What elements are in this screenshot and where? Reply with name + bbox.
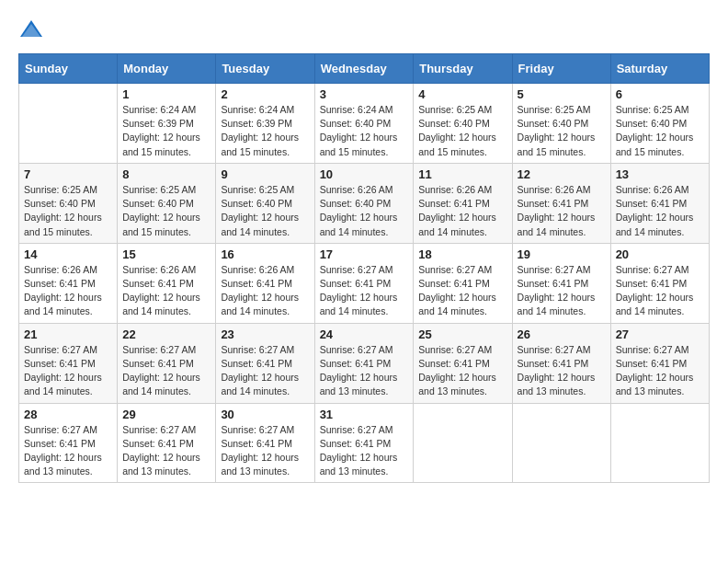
day-number: 19 bbox=[518, 247, 606, 261]
calendar-cell: 29Sunrise: 6:27 AM Sunset: 6:41 PM Dayli… bbox=[118, 403, 216, 483]
calendar-cell: 10Sunrise: 6:26 AM Sunset: 6:40 PM Dayli… bbox=[314, 163, 414, 243]
day-number: 11 bbox=[418, 167, 506, 181]
calendar-cell: 30Sunrise: 6:27 AM Sunset: 6:41 PM Dayli… bbox=[216, 403, 314, 483]
day-number: 30 bbox=[221, 408, 309, 421]
day-number: 31 bbox=[320, 408, 409, 421]
day-detail: Sunrise: 6:27 AM Sunset: 6:41 PM Dayligh… bbox=[616, 263, 704, 319]
day-detail: Sunrise: 6:27 AM Sunset: 6:41 PM Dayligh… bbox=[24, 343, 112, 399]
calendar-cell: 15Sunrise: 6:26 AM Sunset: 6:41 PM Dayli… bbox=[118, 243, 216, 323]
calendar-cell: 19Sunrise: 6:27 AM Sunset: 6:41 PM Dayli… bbox=[512, 243, 610, 323]
calendar-week-row: 28Sunrise: 6:27 AM Sunset: 6:41 PM Dayli… bbox=[19, 403, 710, 483]
calendar-week-row: 1Sunrise: 6:24 AM Sunset: 6:39 PM Daylig… bbox=[19, 84, 710, 164]
day-detail: Sunrise: 6:27 AM Sunset: 6:41 PM Dayligh… bbox=[320, 263, 409, 319]
header-tuesday: Tuesday bbox=[216, 54, 314, 84]
day-detail: Sunrise: 6:27 AM Sunset: 6:41 PM Dayligh… bbox=[24, 423, 112, 479]
day-number: 2 bbox=[221, 87, 309, 101]
day-detail: Sunrise: 6:27 AM Sunset: 6:41 PM Dayligh… bbox=[320, 343, 409, 399]
day-number: 9 bbox=[221, 167, 309, 181]
day-number: 27 bbox=[616, 327, 704, 341]
calendar-cell: 22Sunrise: 6:27 AM Sunset: 6:41 PM Dayli… bbox=[118, 323, 216, 403]
day-detail: Sunrise: 6:27 AM Sunset: 6:41 PM Dayligh… bbox=[221, 423, 309, 479]
header-friday: Friday bbox=[512, 54, 610, 84]
day-number: 25 bbox=[418, 327, 506, 341]
calendar-cell: 23Sunrise: 6:27 AM Sunset: 6:41 PM Dayli… bbox=[216, 323, 314, 403]
day-detail: Sunrise: 6:26 AM Sunset: 6:41 PM Dayligh… bbox=[518, 183, 606, 239]
calendar-cell: 6Sunrise: 6:25 AM Sunset: 6:40 PM Daylig… bbox=[610, 84, 709, 164]
day-detail: Sunrise: 6:25 AM Sunset: 6:40 PM Dayligh… bbox=[616, 103, 704, 159]
day-number: 1 bbox=[122, 87, 210, 101]
calendar-cell bbox=[512, 403, 610, 483]
day-detail: Sunrise: 6:27 AM Sunset: 6:41 PM Dayligh… bbox=[418, 343, 506, 399]
day-number: 18 bbox=[418, 247, 506, 261]
day-number: 29 bbox=[122, 408, 210, 421]
day-detail: Sunrise: 6:25 AM Sunset: 6:40 PM Dayligh… bbox=[418, 103, 506, 159]
day-number: 22 bbox=[122, 327, 210, 341]
calendar-week-row: 21Sunrise: 6:27 AM Sunset: 6:41 PM Dayli… bbox=[19, 323, 710, 403]
day-detail: Sunrise: 6:27 AM Sunset: 6:41 PM Dayligh… bbox=[221, 343, 309, 399]
day-number: 10 bbox=[320, 167, 409, 181]
calendar-cell bbox=[414, 403, 512, 483]
calendar-cell bbox=[610, 403, 709, 483]
calendar-cell: 26Sunrise: 6:27 AM Sunset: 6:41 PM Dayli… bbox=[512, 323, 610, 403]
calendar-cell: 13Sunrise: 6:26 AM Sunset: 6:41 PM Dayli… bbox=[610, 163, 709, 243]
logo-icon bbox=[18, 18, 44, 39]
day-number: 15 bbox=[122, 247, 210, 261]
calendar-cell: 20Sunrise: 6:27 AM Sunset: 6:41 PM Dayli… bbox=[610, 243, 709, 323]
day-detail: Sunrise: 6:25 AM Sunset: 6:40 PM Dayligh… bbox=[221, 183, 309, 239]
day-detail: Sunrise: 6:27 AM Sunset: 6:41 PM Dayligh… bbox=[518, 343, 606, 399]
day-number: 20 bbox=[616, 247, 704, 261]
calendar-cell: 25Sunrise: 6:27 AM Sunset: 6:41 PM Dayli… bbox=[414, 323, 512, 403]
day-number: 14 bbox=[24, 247, 112, 261]
logo bbox=[18, 18, 48, 39]
day-detail: Sunrise: 6:27 AM Sunset: 6:41 PM Dayligh… bbox=[518, 263, 606, 319]
calendar-cell: 31Sunrise: 6:27 AM Sunset: 6:41 PM Dayli… bbox=[314, 403, 414, 483]
calendar-cell: 16Sunrise: 6:26 AM Sunset: 6:41 PM Dayli… bbox=[216, 243, 314, 323]
day-number: 21 bbox=[24, 327, 112, 341]
calendar-cell: 14Sunrise: 6:26 AM Sunset: 6:41 PM Dayli… bbox=[19, 243, 118, 323]
calendar-cell: 2Sunrise: 6:24 AM Sunset: 6:39 PM Daylig… bbox=[216, 84, 314, 164]
day-detail: Sunrise: 6:25 AM Sunset: 6:40 PM Dayligh… bbox=[122, 183, 210, 239]
day-detail: Sunrise: 6:27 AM Sunset: 6:41 PM Dayligh… bbox=[122, 343, 210, 399]
calendar-header-row: SundayMondayTuesdayWednesdayThursdayFrid… bbox=[19, 54, 710, 84]
calendar-table: SundayMondayTuesdayWednesdayThursdayFrid… bbox=[18, 53, 710, 483]
day-number: 8 bbox=[122, 167, 210, 181]
calendar-week-row: 7Sunrise: 6:25 AM Sunset: 6:40 PM Daylig… bbox=[19, 163, 710, 243]
header-sunday: Sunday bbox=[19, 54, 118, 84]
day-detail: Sunrise: 6:25 AM Sunset: 6:40 PM Dayligh… bbox=[24, 183, 112, 239]
day-detail: Sunrise: 6:27 AM Sunset: 6:41 PM Dayligh… bbox=[122, 423, 210, 479]
calendar-cell: 5Sunrise: 6:25 AM Sunset: 6:40 PM Daylig… bbox=[512, 84, 610, 164]
calendar-cell: 27Sunrise: 6:27 AM Sunset: 6:41 PM Dayli… bbox=[610, 323, 709, 403]
day-detail: Sunrise: 6:24 AM Sunset: 6:40 PM Dayligh… bbox=[320, 103, 409, 159]
day-detail: Sunrise: 6:27 AM Sunset: 6:41 PM Dayligh… bbox=[320, 423, 409, 479]
day-number: 7 bbox=[24, 167, 112, 181]
day-detail: Sunrise: 6:24 AM Sunset: 6:39 PM Dayligh… bbox=[221, 103, 309, 159]
day-number: 16 bbox=[221, 247, 309, 261]
day-detail: Sunrise: 6:24 AM Sunset: 6:39 PM Dayligh… bbox=[122, 103, 210, 159]
calendar-cell: 1Sunrise: 6:24 AM Sunset: 6:39 PM Daylig… bbox=[118, 84, 216, 164]
day-detail: Sunrise: 6:26 AM Sunset: 6:40 PM Dayligh… bbox=[320, 183, 409, 239]
day-number: 17 bbox=[320, 247, 409, 261]
calendar-cell: 9Sunrise: 6:25 AM Sunset: 6:40 PM Daylig… bbox=[216, 163, 314, 243]
calendar-cell: 7Sunrise: 6:25 AM Sunset: 6:40 PM Daylig… bbox=[19, 163, 118, 243]
day-detail: Sunrise: 6:26 AM Sunset: 6:41 PM Dayligh… bbox=[418, 183, 506, 239]
calendar-cell: 24Sunrise: 6:27 AM Sunset: 6:41 PM Dayli… bbox=[314, 323, 414, 403]
day-number: 4 bbox=[418, 87, 506, 101]
calendar-cell: 12Sunrise: 6:26 AM Sunset: 6:41 PM Dayli… bbox=[512, 163, 610, 243]
day-detail: Sunrise: 6:25 AM Sunset: 6:40 PM Dayligh… bbox=[518, 103, 606, 159]
day-number: 5 bbox=[518, 87, 606, 101]
day-number: 26 bbox=[518, 327, 606, 341]
day-number: 13 bbox=[616, 167, 704, 181]
calendar-cell: 8Sunrise: 6:25 AM Sunset: 6:40 PM Daylig… bbox=[118, 163, 216, 243]
day-number: 6 bbox=[616, 87, 704, 101]
day-detail: Sunrise: 6:27 AM Sunset: 6:41 PM Dayligh… bbox=[418, 263, 506, 319]
calendar-cell: 17Sunrise: 6:27 AM Sunset: 6:41 PM Dayli… bbox=[314, 243, 414, 323]
calendar-cell: 4Sunrise: 6:25 AM Sunset: 6:40 PM Daylig… bbox=[414, 84, 512, 164]
day-detail: Sunrise: 6:26 AM Sunset: 6:41 PM Dayligh… bbox=[221, 263, 309, 319]
header-saturday: Saturday bbox=[610, 54, 709, 84]
day-number: 23 bbox=[221, 327, 309, 341]
calendar-cell: 18Sunrise: 6:27 AM Sunset: 6:41 PM Dayli… bbox=[414, 243, 512, 323]
day-detail: Sunrise: 6:26 AM Sunset: 6:41 PM Dayligh… bbox=[24, 263, 112, 319]
day-detail: Sunrise: 6:26 AM Sunset: 6:41 PM Dayligh… bbox=[616, 183, 704, 239]
header-wednesday: Wednesday bbox=[314, 54, 414, 84]
calendar-cell bbox=[19, 84, 118, 164]
